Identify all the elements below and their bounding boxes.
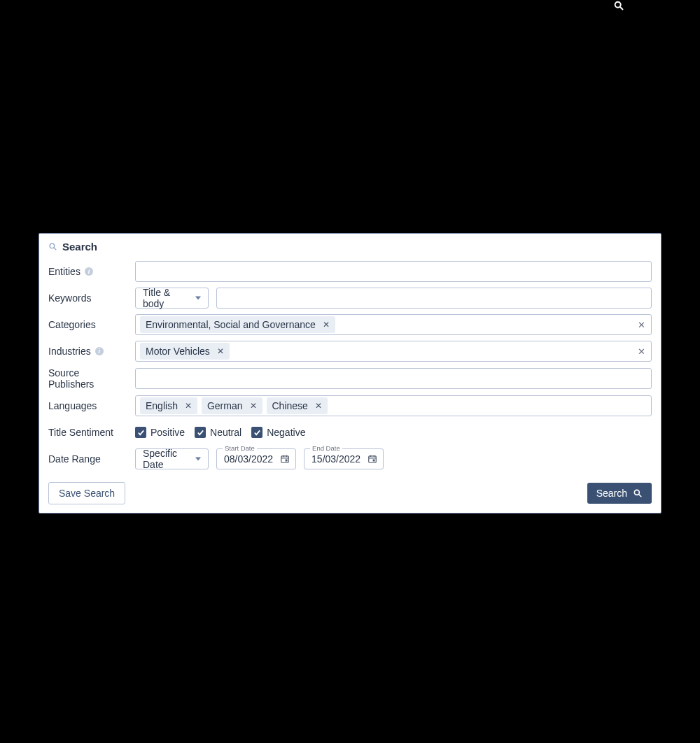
- svg-rect-4: [281, 456, 289, 462]
- label-entities: Entities i: [48, 266, 127, 277]
- svg-rect-9: [369, 456, 377, 462]
- source-publishers-field[interactable]: [135, 368, 652, 389]
- chip-language: German ✕: [202, 397, 262, 414]
- panel-title: Search: [62, 241, 97, 253]
- calendar-icon[interactable]: [280, 454, 290, 464]
- start-date-field[interactable]: Start Date 08/03/2022: [216, 448, 296, 469]
- save-search-button[interactable]: Save Search: [48, 482, 125, 504]
- label-source-publishers: Source Publishers: [48, 367, 127, 390]
- source-publishers-input[interactable]: [140, 371, 630, 386]
- languages-input[interactable]: [332, 398, 630, 413]
- label-industries: Industries i: [48, 346, 127, 357]
- svg-line-1: [620, 7, 623, 10]
- close-icon[interactable]: ✕: [217, 347, 224, 355]
- date-mode-select[interactable]: Specific Date: [135, 448, 209, 469]
- checkbox-neutral[interactable]: Neutral: [195, 427, 241, 438]
- keywords-scope-value: Title & body: [143, 287, 183, 309]
- date-mode-value: Specific Date: [143, 448, 183, 470]
- row-categories: Categories Environmental, Social and Gov…: [48, 314, 652, 335]
- checkbox-icon: [251, 427, 262, 438]
- industries-field[interactable]: Motor Vehicles ✕ ✕: [135, 341, 652, 362]
- row-entities: Entities i: [48, 261, 652, 282]
- calendar-icon[interactable]: [368, 454, 377, 464]
- search-panel: Search Entities i Keywords Title & body …: [38, 233, 662, 514]
- search-icon: [48, 242, 57, 251]
- row-source-publishers: Source Publishers: [48, 367, 652, 390]
- search-button[interactable]: Search: [587, 483, 652, 504]
- label-title-sentiment: Title Sentiment: [48, 427, 127, 438]
- caret-down-icon: [195, 457, 201, 461]
- checkbox-negative[interactable]: Negative: [251, 427, 305, 438]
- chip-language: English ✕: [140, 397, 197, 414]
- label-keywords: Keywords: [48, 292, 127, 304]
- end-date-field[interactable]: End Date 15/03/2022: [304, 448, 384, 469]
- svg-line-15: [639, 495, 642, 497]
- row-date-range: Date Range Specific Date Start Date 08/0…: [48, 448, 652, 469]
- checkbox-icon: [195, 427, 206, 438]
- chip-language: Chinese ✕: [267, 397, 328, 414]
- keywords-field[interactable]: [216, 288, 652, 309]
- clear-icon[interactable]: ✕: [638, 347, 645, 356]
- end-date-value: 15/03/2022: [312, 453, 360, 465]
- svg-point-2: [50, 243, 55, 248]
- sentiment-checkbox-group: Positive Neutral Negative: [135, 427, 315, 438]
- languages-field[interactable]: English ✕ German ✕ Chinese ✕: [135, 395, 652, 416]
- panel-footer: Save Search Search: [48, 482, 652, 504]
- panel-header: Search: [48, 241, 652, 253]
- close-icon[interactable]: ✕: [323, 320, 330, 329]
- svg-point-0: [615, 2, 621, 8]
- row-industries: Industries i Motor Vehicles ✕ ✕: [48, 341, 652, 362]
- keywords-scope-select[interactable]: Title & body: [135, 288, 209, 309]
- categories-input[interactable]: [340, 317, 630, 332]
- entities-input[interactable]: [140, 264, 630, 279]
- chip-industry: Motor Vehicles ✕: [140, 343, 230, 360]
- close-icon[interactable]: ✕: [315, 402, 322, 410]
- caret-down-icon: [195, 296, 201, 300]
- label-categories: Categories: [48, 319, 127, 330]
- svg-point-14: [634, 490, 639, 495]
- checkbox-icon: [135, 427, 146, 438]
- label-languages: Languages: [48, 400, 127, 411]
- label-date-range: Date Range: [48, 453, 127, 465]
- info-icon[interactable]: i: [95, 347, 104, 355]
- row-keywords: Keywords Title & body: [48, 288, 652, 309]
- keywords-input[interactable]: [221, 290, 630, 306]
- row-title-sentiment: Title Sentiment Positive Neutral Negativ…: [48, 422, 652, 443]
- close-icon[interactable]: ✕: [250, 402, 257, 410]
- search-icon[interactable]: [613, 0, 624, 11]
- svg-rect-8: [286, 460, 288, 462]
- clear-icon[interactable]: ✕: [638, 320, 645, 330]
- end-date-legend: End Date: [310, 444, 342, 452]
- categories-field[interactable]: Environmental, Social and Governance ✕ ✕: [135, 314, 652, 335]
- industries-input[interactable]: [234, 344, 630, 359]
- search-icon: [633, 488, 643, 498]
- entities-field[interactable]: [135, 261, 652, 282]
- info-icon[interactable]: i: [85, 267, 93, 276]
- svg-rect-13: [373, 460, 375, 462]
- svg-line-3: [54, 248, 56, 250]
- row-languages: Languages English ✕ German ✕ Chinese ✕: [48, 395, 652, 416]
- start-date-legend: Start Date: [223, 444, 257, 452]
- chip-category: Environmental, Social and Governance ✕: [140, 316, 335, 333]
- start-date-value: 08/03/2022: [224, 453, 273, 465]
- checkbox-positive[interactable]: Positive: [135, 427, 185, 438]
- close-icon[interactable]: ✕: [185, 402, 192, 410]
